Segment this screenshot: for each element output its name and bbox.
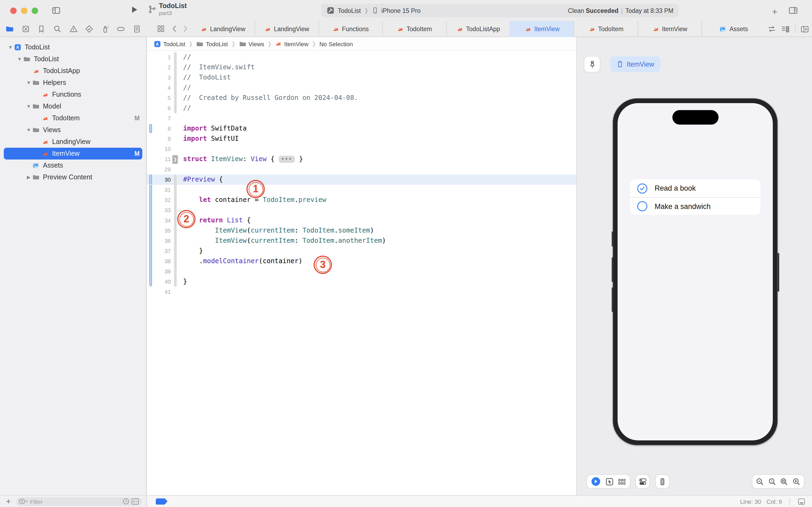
sidebar-item-views[interactable]: ▼Views	[0, 124, 146, 136]
col-indicator[interactable]: Col: 9	[767, 498, 782, 505]
line-number[interactable]: 30	[153, 175, 171, 185]
device-settings-control[interactable]	[636, 475, 649, 488]
tab-assets[interactable]: Assets	[701, 21, 765, 37]
activity-status[interactable]: Clean Succeeded|Today at 8:33 PM	[568, 7, 674, 14]
breadcrumb-views[interactable]: Views	[239, 40, 264, 48]
tab-itemview[interactable]: ItemView	[637, 21, 701, 37]
scm-filter-icon[interactable]	[131, 498, 139, 505]
issues-navigator-icon[interactable]	[69, 25, 77, 33]
code-line-40[interactable]: 40}	[147, 277, 576, 287]
device-bezels-control[interactable]	[656, 475, 669, 488]
disclosure-icon[interactable]: ▼	[7, 45, 13, 50]
zoom-100-icon[interactable]: 1	[768, 477, 776, 486]
folded-code-chip[interactable]: •••	[279, 156, 295, 163]
code-line-7[interactable]: 7	[147, 113, 576, 123]
tests-navigator-icon[interactable]	[85, 25, 94, 33]
breadcrumb-no-selection[interactable]: No Selection	[319, 41, 353, 47]
code-line-11[interactable]: 11❯struct ItemView: View { ••• }	[147, 154, 576, 164]
filter-field[interactable]: Filter	[16, 497, 142, 506]
fold-ribbon[interactable]	[174, 72, 177, 83]
code-review-icon[interactable]	[767, 25, 776, 33]
line-number[interactable]: 31	[153, 185, 171, 195]
line-number[interactable]: 8	[153, 123, 171, 134]
disclosure-icon[interactable]: ▼	[26, 127, 32, 133]
add-editor-icon[interactable]	[800, 25, 809, 33]
fold-ribbon[interactable]	[174, 93, 177, 103]
sidebar-item-preview-content[interactable]: ▶Preview Content	[0, 171, 146, 183]
zoom-window-button[interactable]	[32, 7, 38, 14]
library-add-button[interactable]: ＋	[770, 5, 779, 18]
editor-grid-icon[interactable]	[157, 25, 165, 33]
code-line-8[interactable]: 8import SwiftData	[147, 123, 576, 134]
fold-chevron-icon[interactable]: ❯	[172, 155, 178, 164]
back-icon[interactable]	[171, 25, 178, 33]
code-line-1[interactable]: 1//	[147, 52, 576, 62]
tab-itemview[interactable]: ItemView	[510, 21, 574, 37]
sidebar-item-assets[interactable]: Assets	[0, 160, 146, 171]
line-number[interactable]: 4	[153, 83, 171, 93]
line-number[interactable]: 7	[153, 113, 171, 123]
sidebar-item-todoitem[interactable]: TodoItemM	[0, 112, 146, 124]
code-line-39[interactable]: 39	[147, 266, 576, 277]
code-line-31[interactable]: 31	[147, 185, 576, 195]
fold-ribbon[interactable]	[174, 52, 177, 62]
breadcrumb-todolist[interactable]: TodoList	[196, 40, 228, 48]
project-navigator-icon[interactable]	[5, 25, 14, 33]
scheme-device[interactable]: iPhone 15 Pro	[381, 7, 420, 14]
source-control-navigator-icon[interactable]	[21, 25, 30, 33]
fold-ribbon[interactable]	[174, 62, 177, 72]
fold-ribbon[interactable]	[174, 226, 177, 236]
run-button[interactable]	[130, 5, 138, 14]
scheme-target[interactable]: TodoList	[338, 7, 361, 14]
code-line-6[interactable]: 6//	[147, 103, 576, 113]
fold-ribbon[interactable]	[174, 246, 177, 256]
fold-ribbon[interactable]	[174, 215, 177, 226]
code-line-9[interactable]: 9import SwiftUI	[147, 134, 576, 144]
sidebar-item-helpers[interactable]: ▼Helpers	[0, 77, 146, 89]
line-number[interactable]: 11	[153, 154, 171, 164]
code-line-2[interactable]: 2// ItemView.swift	[147, 62, 576, 72]
tab-functions[interactable]: Functions	[318, 21, 383, 37]
fold-ribbon[interactable]	[174, 277, 177, 287]
disclosure-icon[interactable]: ▼	[26, 104, 32, 109]
fold-ribbon[interactable]	[174, 83, 177, 93]
toggle-navigator-icon[interactable]	[52, 6, 61, 15]
line-number[interactable]: 9	[153, 134, 171, 144]
reports-navigator-icon[interactable]	[133, 25, 141, 33]
line-number[interactable]: 33	[153, 205, 171, 215]
minimize-window-button[interactable]	[21, 7, 27, 14]
preview-target-chip[interactable]: ItemView	[610, 56, 660, 72]
live-preview-icon[interactable]	[591, 476, 601, 487]
code-line-36[interactable]: 36 ItemView(currentItem: TodoItem.anothe…	[147, 236, 576, 246]
disclosure-icon[interactable]: ▼	[17, 56, 22, 62]
bottom-panel-icon[interactable]	[798, 498, 806, 505]
tab-todoitem[interactable]: TodoItem	[382, 21, 446, 37]
fold-ribbon[interactable]	[174, 185, 177, 195]
breadcrumb-itemview[interactable]: ItemView	[275, 40, 308, 47]
fold-ribbon[interactable]	[174, 103, 177, 113]
add-file-button[interactable]: ＋	[4, 496, 12, 506]
sidebar-item-model[interactable]: ▼Model	[0, 101, 146, 112]
line-number[interactable]: 35	[153, 226, 171, 236]
code-line-30[interactable]: 30#Preview {	[147, 175, 576, 185]
find-navigator-icon[interactable]	[53, 25, 62, 33]
code-line-33[interactable]: 33	[147, 205, 576, 215]
pin-preview-button[interactable]	[584, 56, 600, 72]
sidebar-item-landingview[interactable]: LandingView	[0, 136, 146, 148]
zoom-out-icon[interactable]	[756, 477, 764, 486]
close-window-button[interactable]	[10, 7, 17, 14]
checked-circle-icon[interactable]	[637, 183, 648, 193]
bookmarks-navigator-icon[interactable]	[37, 25, 46, 33]
line-number[interactable]: 39	[153, 266, 171, 277]
tab-todoitem[interactable]: TodoItem	[574, 21, 638, 37]
tab-todolistapp[interactable]: TodoListApp	[446, 21, 510, 37]
code-line-10[interactable]: 10	[147, 144, 576, 154]
code-line-4[interactable]: 4//	[147, 83, 576, 93]
line-number[interactable]: 2	[153, 62, 171, 72]
line-number[interactable]: 10	[153, 144, 171, 154]
line-number[interactable]: 40	[153, 277, 171, 287]
line-indicator[interactable]: Line: 30	[740, 498, 761, 505]
tab-landingview[interactable]: LandingView	[254, 21, 318, 37]
unchecked-circle-icon[interactable]	[637, 201, 648, 212]
sidebar-item-todolist[interactable]: ▼TodoList	[0, 53, 146, 65]
